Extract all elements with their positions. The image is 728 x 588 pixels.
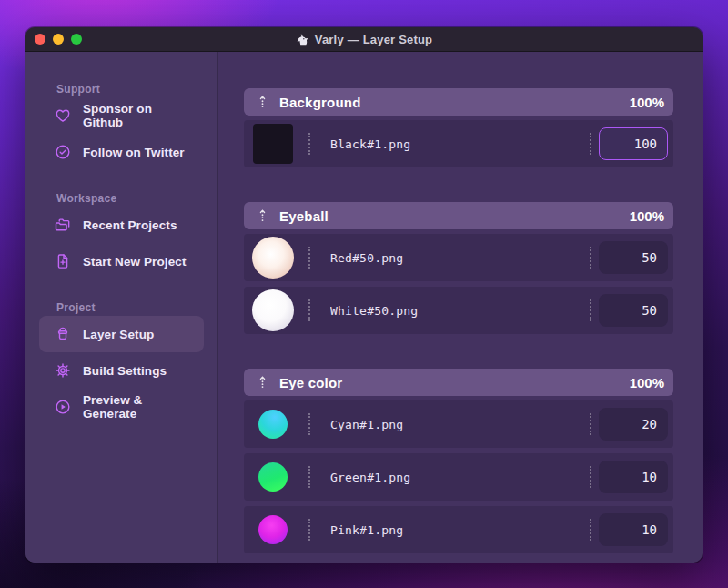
sidebar-item-sponsor-on-github[interactable]: Sponsor on Github	[39, 97, 204, 134]
layer-thumbnail	[252, 237, 294, 279]
layer-filename: Red#50.png	[330, 251, 590, 265]
layer-row: Cyan#1.png	[244, 400, 673, 448]
sidebar-section: Support Sponsor on Github Follow on Twit…	[25, 83, 217, 170]
layer-weight-input[interactable]	[599, 461, 668, 493]
sidebar-section-label: Support	[56, 83, 204, 96]
layer-group: Eyeball 100% Red#50.png White#50.png	[244, 202, 673, 334]
sidebar-section: Project Layer Setup Build Settings Previ…	[25, 301, 217, 425]
layer-group-name: Eye color	[279, 375, 342, 390]
layer-group-header: Background 100%	[244, 88, 673, 116]
layer-filename: Black#1.png	[330, 137, 590, 151]
divider	[590, 299, 592, 321]
divider	[590, 413, 592, 435]
file-plus-icon	[54, 252, 72, 270]
sidebar-item-follow-on-twitter[interactable]: Follow on Twitter	[39, 134, 204, 170]
layer-thumbnail	[252, 123, 294, 165]
sidebar-item-recent-projects[interactable]: Recent Projects	[39, 207, 204, 243]
divider	[308, 466, 310, 488]
sidebar-item-layer-setup[interactable]: Layer Setup	[39, 316, 204, 352]
layer-group-weight: 100%	[630, 375, 664, 390]
archive-icon	[54, 325, 72, 343]
sidebar-section-label: Workspace	[56, 192, 204, 205]
layer-group-header: Eye color 100%	[244, 369, 673, 396]
divider	[590, 519, 592, 541]
layer-filename: Cyan#1.png	[330, 418, 590, 431]
divider	[308, 299, 310, 321]
layer-weight-input[interactable]	[599, 408, 668, 441]
sidebar-item-start-new-project[interactable]: Start New Project	[39, 243, 204, 279]
layer-list: Background 100% Black#1.png Eyeball 100%	[218, 52, 703, 563]
layer-group-name: Eyeball	[279, 208, 329, 224]
zoom-button[interactable]	[71, 34, 82, 45]
layer-thumbnail	[252, 289, 294, 331]
play-circle-icon	[54, 398, 72, 416]
layer-thumbnail	[252, 403, 294, 445]
layer-row: Red#50.png	[244, 234, 673, 281]
sidebar-section: Workspace Recent Projects Start New Proj…	[25, 192, 217, 279]
layer-thumbnail	[252, 456, 294, 498]
layer-row: Black#1.png	[244, 120, 673, 167]
drag-handle-icon[interactable]	[258, 375, 268, 390]
layer-group-weight: 100%	[630, 95, 664, 110]
layer-weight-input[interactable]	[599, 513, 668, 546]
layer-group-weight: 100%	[630, 208, 664, 224]
sidebar-item-preview-generate[interactable]: Preview & Generate	[39, 389, 204, 425]
heart-icon	[54, 106, 72, 125]
layer-group-header: Eyeball 100%	[244, 202, 673, 229]
window-titlebar[interactable]: Varly — Layer Setup	[25, 27, 703, 52]
sidebar-item-build-settings[interactable]: Build Settings	[39, 352, 204, 389]
window-title: Varly — Layer Setup	[315, 33, 433, 46]
minimize-button[interactable]	[53, 34, 64, 45]
layer-filename: White#50.png	[330, 304, 590, 318]
app-window: Varly — Layer Setup Support Sponsor on G…	[25, 27, 703, 563]
layer-group: Eye color 100% Cyan#1.png Green#1.png Pi…	[244, 369, 673, 553]
divider	[308, 133, 310, 155]
divider	[308, 519, 310, 541]
badge-check-icon	[54, 143, 72, 161]
layer-weight-input[interactable]	[599, 294, 668, 327]
layer-weight-input[interactable]	[599, 241, 668, 274]
drag-handle-icon[interactable]	[258, 208, 268, 224]
folder-icon	[54, 216, 72, 234]
layer-row: Pink#1.png	[244, 506, 673, 553]
desktop-wallpaper: Varly — Layer Setup Support Sponsor on G…	[0, 0, 728, 588]
layer-row: Green#1.png	[244, 453, 673, 501]
divider	[590, 247, 592, 269]
layer-row: White#50.png	[244, 287, 673, 334]
layer-group: Background 100% Black#1.png	[244, 88, 673, 167]
layer-weight-input[interactable]	[599, 127, 668, 160]
layer-thumbnail	[252, 509, 294, 551]
sidebar: Support Sponsor on Github Follow on Twit…	[25, 52, 218, 563]
sidebar-section-label: Project	[56, 301, 204, 314]
divider	[308, 247, 310, 269]
unicorn-icon	[296, 33, 309, 46]
layer-filename: Green#1.png	[330, 471, 590, 484]
close-button[interactable]	[35, 34, 46, 45]
traffic-lights	[25, 34, 82, 45]
layer-group-name: Background	[279, 95, 361, 110]
divider	[590, 133, 592, 155]
divider	[590, 466, 592, 488]
gear-icon	[54, 361, 72, 380]
divider	[308, 413, 310, 435]
window-title-area: Varly — Layer Setup	[25, 27, 703, 51]
layer-filename: Pink#1.png	[330, 523, 590, 537]
window-content: Support Sponsor on Github Follow on Twit…	[25, 52, 703, 563]
drag-handle-icon[interactable]	[258, 95, 268, 110]
